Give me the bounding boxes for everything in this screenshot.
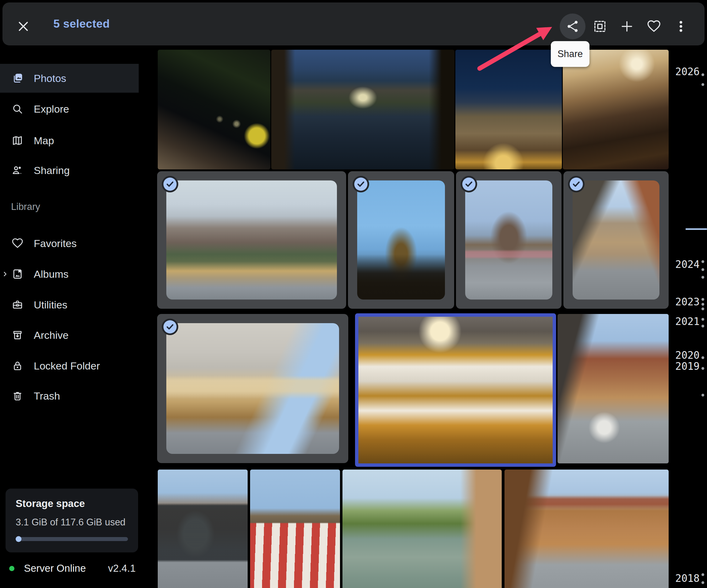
lock-icon bbox=[12, 360, 23, 372]
timeline-year-2019[interactable]: 2019 bbox=[673, 360, 700, 372]
selected-check-icon[interactable] bbox=[352, 175, 369, 193]
selected-check-icon[interactable] bbox=[460, 175, 477, 193]
heart-outline-icon bbox=[12, 237, 23, 249]
sidebar-item-label: Locked Folder bbox=[34, 360, 100, 372]
people-icon bbox=[12, 164, 23, 176]
photo-tile-city-map-sign[interactable] bbox=[158, 469, 248, 588]
photo-tile-statue-street[interactable] bbox=[504, 469, 669, 588]
sidebar-item-sharing[interactable]: Sharing bbox=[0, 156, 139, 185]
photo-tile-church-square[interactable] bbox=[456, 171, 562, 309]
timeline-year-2026[interactable]: 2026 bbox=[673, 66, 700, 78]
selected-count-label: 5 selected bbox=[54, 2, 110, 45]
add-to-button[interactable] bbox=[618, 18, 636, 35]
photo-tile-fountain[interactable] bbox=[348, 171, 454, 309]
favorite-button[interactable] bbox=[645, 18, 663, 35]
sidebar-item-archive[interactable]: Archive bbox=[0, 321, 139, 350]
photo-tile-river-spring[interactable] bbox=[342, 469, 502, 588]
sidebar-item-label: Sharing bbox=[34, 164, 70, 176]
timeline-dot bbox=[702, 73, 704, 76]
server-status-label: Server Online bbox=[24, 562, 86, 575]
photo-cathedral bbox=[166, 181, 337, 299]
sidebar-item-albums[interactable]: Albums bbox=[0, 260, 139, 289]
timeline-year-2024[interactable]: 2024 bbox=[673, 258, 700, 270]
storage-usage: 3.1 GiB of 117.6 GiB used bbox=[15, 517, 126, 528]
sidebar-item-utilities[interactable]: Utilities bbox=[0, 290, 139, 319]
sidebar-item-locked-folder[interactable]: Locked Folder bbox=[0, 351, 139, 380]
photo-outdoor-cafe bbox=[166, 323, 339, 454]
timeline-year-2020[interactable]: 2020 bbox=[673, 349, 700, 361]
timeline-dot bbox=[702, 318, 704, 321]
close-selection-button[interactable] bbox=[15, 19, 31, 34]
timeline-year-2023[interactable]: 2023 bbox=[673, 296, 700, 308]
sidebar-item-trash[interactable]: Trash bbox=[0, 382, 139, 410]
selected-check-icon[interactable] bbox=[568, 175, 585, 193]
sidebar-item-label: Map bbox=[34, 135, 54, 147]
photo-tile-street-2021[interactable] bbox=[558, 314, 669, 463]
timeline-hover-line bbox=[685, 228, 707, 230]
photo-tile-street-2024[interactable] bbox=[563, 171, 669, 309]
photo-tile-knife-shop-focused[interactable] bbox=[355, 313, 556, 467]
timeline-dot bbox=[702, 260, 704, 263]
sidebar-item-explore[interactable]: Explore bbox=[0, 95, 139, 123]
timeline-dot bbox=[702, 573, 704, 576]
photo-church-square bbox=[465, 181, 552, 299]
archive-icon bbox=[12, 329, 23, 341]
photo-knife-shop bbox=[359, 317, 553, 463]
selected-check-icon[interactable] bbox=[161, 318, 178, 335]
storage-progress-bar bbox=[15, 537, 128, 541]
select-all-button[interactable] bbox=[591, 18, 608, 35]
timeline-dot bbox=[702, 581, 704, 584]
timeline-dot bbox=[702, 303, 704, 306]
map-icon bbox=[12, 135, 23, 146]
sidebar-item-label: Favorites bbox=[34, 237, 77, 250]
sidebar-item-label: Utilities bbox=[34, 299, 68, 311]
albums-icon bbox=[12, 268, 23, 280]
timeline-dot bbox=[702, 298, 704, 301]
timeline-year-2021[interactable]: 2021 bbox=[673, 316, 700, 327]
photo-street-2024 bbox=[573, 181, 660, 299]
share-button[interactable] bbox=[564, 18, 581, 35]
selection-toolbar: 5 selected bbox=[2, 2, 705, 45]
sidebar-item-label: Explore bbox=[34, 103, 69, 115]
photo-tile-market-tent[interactable] bbox=[250, 469, 340, 588]
sidebar-item-map[interactable]: Map bbox=[0, 126, 139, 155]
heart-icon bbox=[647, 19, 661, 33]
timeline-dot bbox=[702, 325, 704, 327]
timeline-dot bbox=[702, 367, 704, 370]
trash-icon bbox=[12, 390, 23, 402]
storage-title: Storage space bbox=[15, 498, 85, 510]
storage-card: Storage space 3.1 GiB of 117.6 GiB used bbox=[5, 489, 138, 552]
photo-tile-balcony-night[interactable] bbox=[158, 50, 270, 169]
timeline-dot bbox=[702, 394, 704, 396]
sidebar-item-photos[interactable]: Photos bbox=[0, 64, 139, 93]
briefcase-icon bbox=[12, 299, 23, 311]
close-icon bbox=[16, 20, 30, 33]
plus-icon bbox=[620, 19, 634, 33]
library-section-label: Library bbox=[11, 201, 40, 213]
photo-tile-restaurant-interior[interactable] bbox=[563, 50, 669, 169]
server-online-dot bbox=[9, 566, 14, 571]
photo-fountain bbox=[357, 181, 445, 299]
photo-tile-alex-building[interactable] bbox=[456, 50, 562, 169]
timeline-year-2018[interactable]: 2018 bbox=[673, 573, 700, 584]
sidebar-item-label: Albums bbox=[34, 268, 68, 280]
more-options-button[interactable] bbox=[672, 18, 689, 35]
more-vert-icon bbox=[674, 19, 688, 33]
select-all-icon bbox=[593, 19, 607, 33]
storage-progress-knob bbox=[15, 536, 22, 542]
selected-check-icon[interactable] bbox=[161, 175, 178, 193]
server-version-label: v2.4.1 bbox=[108, 562, 136, 575]
sidebar-item-label: Photos bbox=[34, 72, 66, 85]
sidebar-item-favorites[interactable]: Favorites bbox=[0, 229, 139, 258]
photo-tile-outdoor-cafe[interactable] bbox=[157, 314, 348, 463]
timeline-dot bbox=[702, 356, 704, 359]
photo-tile-cathedral[interactable] bbox=[157, 171, 346, 309]
share-icon bbox=[566, 19, 580, 33]
timeline-dot bbox=[702, 83, 704, 86]
search-icon bbox=[12, 103, 23, 115]
photo-tile-river-dusk[interactable] bbox=[271, 50, 454, 169]
photos-icon bbox=[12, 72, 23, 84]
timeline-dot bbox=[702, 307, 704, 310]
share-tooltip: Share bbox=[551, 41, 590, 67]
sidebar-item-label: Archive bbox=[34, 329, 68, 341]
